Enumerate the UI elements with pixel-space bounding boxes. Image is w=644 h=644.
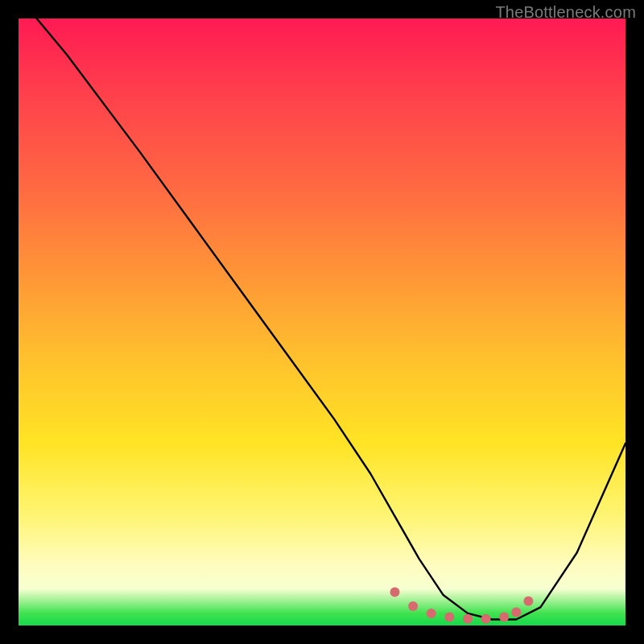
chart-svg bbox=[19, 19, 625, 625]
optimal-dot bbox=[427, 609, 436, 618]
optimal-dot bbox=[390, 588, 400, 597]
optimal-range-dots bbox=[390, 588, 534, 624]
plot-area bbox=[19, 19, 625, 625]
optimal-dot bbox=[523, 597, 533, 606]
chart-frame: TheBottleneck.com bbox=[0, 0, 644, 644]
bottleneck-curve bbox=[37, 19, 625, 620]
optimal-dot bbox=[511, 607, 521, 617]
optimal-dot bbox=[444, 612, 454, 621]
optimal-dot bbox=[463, 614, 473, 624]
watermark-text: TheBottleneck.com bbox=[495, 3, 636, 22]
optimal-dot bbox=[499, 612, 509, 621]
optimal-dot bbox=[481, 614, 491, 624]
optimal-dot bbox=[408, 601, 418, 611]
